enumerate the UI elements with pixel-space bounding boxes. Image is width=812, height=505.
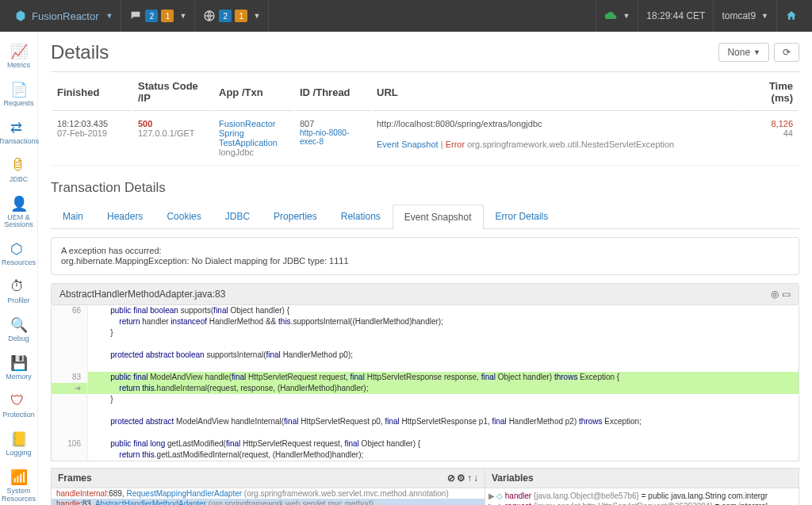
code-line: } [52,394,799,405]
summary-table: Finished Status Code /IP App /Txn ID /Th… [51,71,799,166]
badge: 2 [145,10,158,22]
top-navbar: FusionReactor ▼ 2 1 ▼ 2 1 ▼ ▼ 18:29:44 C… [0,0,812,32]
sidebar-icon: 📶 [10,469,28,486]
time-ms: 8,126 [747,119,793,128]
code-line: protected abstract ModelAndView handleIn… [52,416,799,427]
caret-down-icon: ▼ [106,12,113,20]
sidebar-item-resources[interactable]: ⬡Resources [0,234,38,272]
nav-badges-1[interactable]: 2 1 ▼ [121,10,194,22]
nav-badges-2[interactable]: 2 1 ▼ [195,10,268,22]
sidebar-item-logging[interactable]: 📒Logging [0,424,38,462]
stack-frame[interactable]: handleInternal:689, RequestMappingHandle… [52,488,485,499]
code-line [52,361,799,372]
sidebar: 📈Metrics📄Requests⇄Transactions🛢JDBC👤UEM … [0,32,38,505]
thread-link[interactable]: http-nio-8080-exec-8 [300,128,366,146]
sidebar-label: Protection [2,411,35,419]
sidebar-icon: 🔍 [10,316,28,334]
code-line: 83 public final ModelAndView handle(fina… [52,372,799,383]
txn-id: 807 [300,119,366,128]
sidebar-item-metrics[interactable]: 📈Metrics [0,36,38,75]
sidebar-icon: ⏱ [10,278,28,296]
page-header: Details None▼ ⟳ [51,41,799,63]
down-icon[interactable]: ↓ [473,472,478,484]
tab-headers[interactable]: Headers [95,204,155,228]
txn-name: longJdbc [219,147,289,157]
th-id: ID /Thread [295,74,370,111]
exception-box: A exception has occurred: org.hibernate.… [51,237,799,275]
sidebar-item-uem-sessions[interactable]: 👤UEM & Sessions [0,189,38,235]
status-code: 500 [138,119,208,128]
target-icon[interactable]: ◎ [771,289,779,300]
tab-cookies[interactable]: Cookies [155,204,213,228]
sidebar-label: Transactions [0,138,39,146]
tab-relations[interactable]: Relations [329,204,393,228]
refresh-button[interactable]: ⟳ [774,43,799,62]
tab-event-snapshot[interactable]: Event Snapshot [393,205,484,229]
sidebar-item-jdbc[interactable]: 🛢JDBC [0,151,38,189]
code-line: return this.getLastModifiedInternal(requ… [52,450,799,461]
sidebar-item-system-resources[interactable]: 📶System Resources [0,462,38,505]
sidebar-icon: 📄 [10,81,28,98]
clock-label: 18:29:44 CET [646,10,705,21]
th-time: Time (ms) [742,74,798,111]
sidebar-item-protection[interactable]: 🛡Protection [0,386,38,424]
frames-list: handleInternal:689, RequestMappingHandle… [52,488,485,505]
source-file-label: AbstractHandlerMethodAdapter.java:83 [59,289,225,300]
sidebar-item-profiler[interactable]: ⏱Profiler [0,272,38,310]
bottom-panes: Frames⊘⚙↑↓ handleInternal:689, RequestMa… [51,468,799,505]
badge: 1 [161,10,174,22]
sidebar-item-memory[interactable]: 💾Memory [0,348,38,386]
error-msg: org.springframework.web.util.NestedServl… [467,140,674,149]
caret-down-icon: ▼ [179,12,186,20]
nav-server[interactable]: tomcat9 ▼ [714,10,776,21]
sidebar-icon: 🛢 [10,157,28,174]
sidebar-icon: ⇄ [10,119,28,136]
section-title: Transaction Details [51,180,799,196]
sidebar-label: System Resources [0,488,38,503]
tab-jdbc[interactable]: JDBC [213,204,262,228]
filter-icon[interactable]: ⊘ [447,472,455,484]
caret-down-icon: ▼ [761,12,768,20]
variable-row[interactable]: ▶◇ request {javax.servlet.http.HttpServl… [488,501,795,505]
up-icon[interactable]: ↑ [467,472,472,484]
frames-pane: Frames⊘⚙↑↓ handleInternal:689, RequestMa… [51,468,485,505]
stack-frame[interactable]: handle:83, AbstractHandlerMethodAdapter … [52,499,485,505]
sidebar-icon: ⬡ [10,240,28,258]
sidebar-label: Metrics [7,62,30,70]
none-dropdown[interactable]: None▼ [718,43,769,62]
brand-label: FusionReactor [32,10,99,22]
tab-main[interactable]: Main [51,204,95,228]
sidebar-icon: 💾 [10,354,28,372]
sidebar-label: UEM & Sessions [0,214,38,230]
tab-error-details[interactable]: Error Details [484,204,561,228]
code-line [52,427,799,438]
tab-properties[interactable]: Properties [262,204,329,228]
nav-cloud[interactable]: ▼ [596,10,638,22]
sidebar-label: Profiler [7,297,30,305]
sidebar-label: Resources [2,259,36,267]
gear-icon[interactable]: ⚙ [457,472,465,484]
sidebar-item-debug[interactable]: 🔍Debug [0,310,38,348]
app-link[interactable]: FusionReactor Spring TestApplication [219,119,289,147]
nav-home[interactable] [777,10,806,22]
badge: 2 [219,10,232,22]
vars-title: Variables [492,472,534,484]
none-label: None [727,47,750,58]
tabs: MainHeadersCookiesJDBCPropertiesRelation… [51,204,799,229]
logo-icon [14,10,27,22]
code-line: } [52,327,799,339]
monitor-icon[interactable]: ▭ [782,289,791,300]
brand[interactable]: FusionReactor ▼ [6,10,121,22]
event-snapshot-link[interactable]: Event Snapshot [377,140,439,149]
source-file-header: AbstractHandlerMethodAdapter.java:83 ◎ ▭ [51,283,799,305]
main-panel: Details None▼ ⟳ Finished Status Code /IP… [38,32,812,505]
variable-row[interactable]: ▶◇ handler {java.lang.Object@be8e57b6} =… [488,491,795,501]
sidebar-item-requests[interactable]: 📄Requests [0,75,38,113]
speech-icon [129,10,142,22]
refresh-icon: ⟳ [783,47,791,58]
sidebar-item-transactions[interactable]: ⇄Transactions [0,113,38,151]
frames-title: Frames [58,472,92,484]
code-line: 66 public final boolean supports(final O… [52,305,799,316]
sidebar-icon: 🛡 [10,392,28,410]
caret-down-icon: ▼ [753,48,760,56]
